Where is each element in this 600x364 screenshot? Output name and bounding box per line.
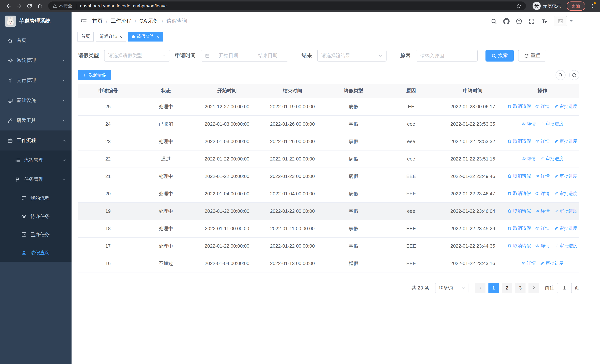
sidebar-item-devtools[interactable]: 研发工具 <box>0 111 72 131</box>
search-icon[interactable] <box>491 18 497 24</box>
detail-link[interactable]: 详情 <box>535 225 550 232</box>
bookmark-star-icon[interactable] <box>516 3 521 9</box>
progress-link[interactable]: 审批进度 <box>554 243 577 249</box>
progress-link[interactable]: 审批进度 <box>554 173 577 179</box>
apply-time-range-picker[interactable]: 开始日期 - 结束日期 <box>201 50 288 62</box>
browser-forward-icon[interactable] <box>14 1 24 11</box>
progress-link[interactable]: 审批进度 <box>554 191 577 197</box>
table-row[interactable]: 20 处理中 2022-01-04 00:00:00 2022-01-04 00… <box>78 185 579 202</box>
progress-link[interactable]: 审批进度 <box>540 121 563 127</box>
detail-link[interactable]: 详情 <box>535 173 550 179</box>
table-row[interactable]: 19 处理中 2022-01-22 00:00:00 2022-01-22 00… <box>78 202 579 220</box>
page-button-3[interactable]: 3 <box>515 283 525 293</box>
progress-link[interactable]: 审批进度 <box>540 260 563 267</box>
leave-type-select[interactable]: 请选择请假类型 <box>104 50 170 62</box>
detail-link[interactable]: 详情 <box>535 191 550 197</box>
close-icon[interactable] <box>119 35 122 38</box>
font-size-icon[interactable] <box>541 18 547 24</box>
browser-back-icon[interactable] <box>4 1 13 11</box>
table-row[interactable]: 16 不通过 2022-01-04 00:00:00 2022-01-13 00… <box>78 255 579 272</box>
reset-button[interactable]: 重置 <box>518 50 546 62</box>
sidebar-item-process-mgmt[interactable]: 流程管理 <box>0 150 72 170</box>
sidebar-item-workflow[interactable]: 工作流程 <box>0 131 72 150</box>
table-row[interactable]: 17 处理中 2022-01-22 00:00:00 2022-01-22 00… <box>78 237 579 255</box>
sidebar-item-home[interactable]: 首页 <box>0 30 72 50</box>
detail-link[interactable]: 详情 <box>535 208 550 214</box>
cancel-leave-link[interactable]: 取消请假 <box>507 138 531 145</box>
progress-link[interactable]: 审批进度 <box>554 103 577 110</box>
sidebar-item-task-mgmt[interactable]: 任务管理 <box>0 170 72 189</box>
create-leave-button[interactable]: 发起请假 <box>78 70 111 80</box>
table-row[interactable]: 23 处理中 2022-01-03 00:00:00 2022-01-26 00… <box>78 133 579 150</box>
breadcrumb-workflow[interactable]: 工作流程 <box>111 18 131 24</box>
sidebar-item-system[interactable]: 系统管理 <box>0 50 72 70</box>
detail-link[interactable]: 详情 <box>535 103 550 110</box>
detail-link[interactable]: 详情 <box>521 260 536 267</box>
table-row[interactable]: 22 通过 2022-01-22 00:00:00 2022-01-22 00:… <box>78 150 579 168</box>
sidebar-item-todo-tasks[interactable]: 待办任务 <box>0 207 72 225</box>
user-avatar[interactable] <box>554 16 572 26</box>
browser-menu-icon[interactable] <box>588 2 596 10</box>
goto-page-input[interactable] <box>557 283 572 293</box>
detail-link[interactable]: 详情 <box>535 243 550 249</box>
table-row[interactable]: 25 处理中 2021-12-27 00:00:00 2022-01-19 00… <box>78 98 579 115</box>
detail-link[interactable]: 详情 <box>521 156 536 162</box>
browser-update-button[interactable]: 更新 <box>567 1 585 10</box>
table-row[interactable]: 18 处理中 2022-01-11 00:00:00 2022-01-11 00… <box>78 220 579 237</box>
chevron-down-icon <box>62 158 66 162</box>
cell-start-time: 2022-01-11 00:00:00 <box>194 220 260 237</box>
cell-actions: 取消请假 详情 审批进度 <box>506 133 579 150</box>
cell-reason: EE <box>382 98 440 115</box>
result-select[interactable]: 请选择流结果 <box>317 50 386 62</box>
table-row[interactable]: 24 已取消 2022-01-03 00:00:00 2022-01-26 00… <box>78 115 579 133</box>
app-logo[interactable]: 芋道管理系统 <box>0 12 72 30</box>
help-icon[interactable] <box>516 18 522 24</box>
cancel-leave-link[interactable]: 取消请假 <box>507 191 531 197</box>
progress-link[interactable]: 审批进度 <box>554 208 577 214</box>
progress-link[interactable]: 审批进度 <box>554 225 577 232</box>
prev-page-button[interactable] <box>475 283 486 293</box>
close-icon[interactable] <box>156 35 159 38</box>
reason-input[interactable] <box>417 50 477 61</box>
detail-link[interactable]: 详情 <box>521 121 536 127</box>
logo-image <box>5 16 16 27</box>
sidebar-toggle-icon[interactable] <box>80 18 87 24</box>
toggle-search-icon[interactable] <box>555 70 565 80</box>
github-icon[interactable] <box>503 18 510 24</box>
progress-link[interactable]: 审批进度 <box>540 156 563 162</box>
chevron-left-icon <box>478 286 482 290</box>
progress-link[interactable]: 审批进度 <box>554 138 577 145</box>
next-page-button[interactable] <box>528 283 539 293</box>
tab-process-detail[interactable]: 流程详情 <box>96 32 126 41</box>
refresh-table-icon[interactable] <box>569 70 579 80</box>
page-size-select[interactable]: 10条/页 <box>435 283 469 293</box>
detail-link[interactable]: 详情 <box>535 138 550 145</box>
sidebar-item-my-process[interactable]: 我的流程 <box>0 189 72 207</box>
sidebar-item-done-tasks[interactable]: 已办任务 <box>0 225 72 243</box>
cancel-leave-link[interactable]: 取消请假 <box>507 225 531 232</box>
tab-home[interactable]: 首页 <box>77 32 94 41</box>
search-button[interactable]: 搜索 <box>486 50 514 62</box>
address-bar[interactable]: 不安全 dashboard.yudao.iocoder.cn/bpm/oa/le… <box>48 1 526 10</box>
tab-leave-query[interactable]: 请假查询 <box>128 32 163 41</box>
security-warning[interactable]: 不安全 <box>53 3 72 9</box>
edit-pen-icon <box>554 244 558 248</box>
sidebar-item-infra[interactable]: 基础设施 <box>0 90 72 111</box>
browser-refresh-icon[interactable] <box>24 1 34 11</box>
col-header-status: 状态 <box>138 84 194 98</box>
cancel-leave-link[interactable]: 取消请假 <box>507 243 531 249</box>
page-button-2[interactable]: 2 <box>502 283 512 293</box>
breadcrumb-home[interactable]: 首页 <box>92 18 103 24</box>
fullscreen-icon[interactable] <box>528 18 535 24</box>
browser-home-icon[interactable] <box>35 1 45 11</box>
cancel-leave-link[interactable]: 取消请假 <box>507 103 531 110</box>
breadcrumb-oa-example[interactable]: OA 示例 <box>140 18 159 24</box>
cancel-leave-link[interactable]: 取消请假 <box>507 208 531 214</box>
chat-bubble-icon <box>21 195 27 201</box>
sidebar-item-payment[interactable]: 支付管理 <box>0 70 72 90</box>
table-row[interactable]: 21 处理中 2022-01-22 00:00:00 2022-01-23 00… <box>78 168 579 185</box>
url-text[interactable]: dashboard.yudao.iocoder.cn/bpm/oa/leave <box>80 3 167 9</box>
cancel-leave-link[interactable]: 取消请假 <box>507 173 531 179</box>
page-button-1[interactable]: 1 <box>488 283 499 293</box>
sidebar-item-leave-query[interactable]: 请假查询 <box>0 243 72 262</box>
